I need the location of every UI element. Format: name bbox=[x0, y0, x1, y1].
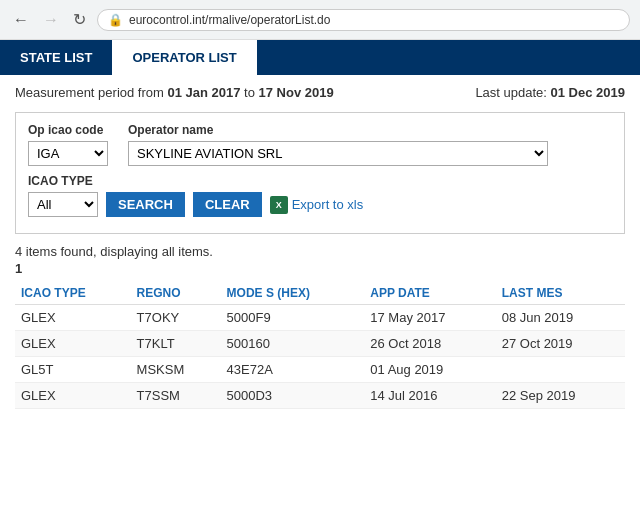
col-app-date: APP DATE bbox=[364, 282, 495, 305]
back-button[interactable]: ← bbox=[10, 11, 32, 29]
cell-app_date: 01 Aug 2019 bbox=[364, 357, 495, 383]
tab-operator-list[interactable]: OPERATOR LIST bbox=[112, 40, 256, 75]
cell-regno: T7SSM bbox=[131, 383, 221, 409]
op-icao-group: Op icao code IGA bbox=[28, 123, 108, 166]
cell-icao_type: GL5T bbox=[15, 357, 131, 383]
results-summary: 4 items found, displaying all items. bbox=[15, 244, 625, 259]
table-row: GLEXT7SSM5000D314 Jul 201622 Sep 2019 bbox=[15, 383, 625, 409]
forward-button[interactable]: → bbox=[40, 11, 62, 29]
refresh-button[interactable]: ↻ bbox=[70, 10, 89, 29]
cell-mode_s: 500160 bbox=[221, 331, 365, 357]
op-name-group: Operator name SKYLINE AVIATION SRL bbox=[128, 123, 548, 166]
col-last-mes: LAST MES bbox=[496, 282, 625, 305]
cell-last_mes: 08 Jun 2019 bbox=[496, 305, 625, 331]
cell-last_mes: 27 Oct 2019 bbox=[496, 331, 625, 357]
cell-icao_type: GLEX bbox=[15, 305, 131, 331]
table-header-row: ICAO TYPE REGNO MODE S (HEX) APP DATE LA… bbox=[15, 282, 625, 305]
clear-button[interactable]: CLEAR bbox=[193, 192, 262, 217]
main-content: Measurement period from 01 Jan 2017 to 1… bbox=[0, 75, 640, 419]
table-row: GLEXT7OKY5000F917 May 201708 Jun 2019 bbox=[15, 305, 625, 331]
filter-section: Op icao code IGA Operator name SKYLINE A… bbox=[15, 112, 625, 234]
cell-icao_type: GLEX bbox=[15, 383, 131, 409]
url-bar[interactable]: 🔒 eurocontrol.int/rmalive/operatorList.d… bbox=[97, 9, 630, 31]
cell-regno: MSKSM bbox=[131, 357, 221, 383]
cell-regno: T7KLT bbox=[131, 331, 221, 357]
icao-type-label: ICAO TYPE bbox=[28, 174, 612, 188]
icao-type-section: ICAO TYPE All SEARCH CLEAR X Export to x… bbox=[28, 174, 612, 217]
op-name-label: Operator name bbox=[128, 123, 548, 137]
cell-last_mes: 22 Sep 2019 bbox=[496, 383, 625, 409]
xls-icon: X bbox=[270, 196, 288, 214]
cell-mode_s: 5000F9 bbox=[221, 305, 365, 331]
op-icao-label: Op icao code bbox=[28, 123, 108, 137]
page-number: 1 bbox=[15, 261, 625, 276]
col-mode-s: MODE S (HEX) bbox=[221, 282, 365, 305]
end-date: 17 Nov 2019 bbox=[259, 85, 334, 100]
last-update: Last update: 01 Dec 2019 bbox=[475, 85, 625, 100]
tab-state-list[interactable]: STATE LIST bbox=[0, 40, 112, 75]
col-icao-type: ICAO TYPE bbox=[15, 282, 131, 305]
cell-app_date: 14 Jul 2016 bbox=[364, 383, 495, 409]
icao-type-select[interactable]: All bbox=[28, 192, 98, 217]
op-icao-select[interactable]: IGA bbox=[28, 141, 108, 166]
cell-regno: T7OKY bbox=[131, 305, 221, 331]
cell-mode_s: 43E72A bbox=[221, 357, 365, 383]
tab-bar: STATE LIST OPERATOR LIST bbox=[0, 40, 640, 75]
export-link[interactable]: X Export to xls bbox=[270, 196, 364, 214]
cell-mode_s: 5000D3 bbox=[221, 383, 365, 409]
export-label: Export to xls bbox=[292, 197, 364, 212]
search-button[interactable]: SEARCH bbox=[106, 192, 185, 217]
url-text: eurocontrol.int/rmalive/operatorList.do bbox=[129, 13, 330, 27]
table-row: GL5TMSKSM43E72A01 Aug 2019 bbox=[15, 357, 625, 383]
action-row: All SEARCH CLEAR X Export to xls bbox=[28, 192, 612, 217]
col-regno: REGNO bbox=[131, 282, 221, 305]
update-date: 01 Dec 2019 bbox=[551, 85, 625, 100]
cell-icao_type: GLEX bbox=[15, 331, 131, 357]
measurement-period: Measurement period from 01 Jan 2017 to 1… bbox=[15, 85, 625, 100]
results-table: ICAO TYPE REGNO MODE S (HEX) APP DATE LA… bbox=[15, 282, 625, 409]
cell-app_date: 17 May 2017 bbox=[364, 305, 495, 331]
table-row: GLEXT7KLT50016026 Oct 201827 Oct 2019 bbox=[15, 331, 625, 357]
op-name-select[interactable]: SKYLINE AVIATION SRL bbox=[128, 141, 548, 166]
browser-bar: ← → ↻ 🔒 eurocontrol.int/rmalive/operator… bbox=[0, 0, 640, 40]
lock-icon: 🔒 bbox=[108, 13, 123, 27]
start-date: 01 Jan 2017 bbox=[167, 85, 240, 100]
filter-row-1: Op icao code IGA Operator name SKYLINE A… bbox=[28, 123, 612, 166]
cell-last_mes bbox=[496, 357, 625, 383]
cell-app_date: 26 Oct 2018 bbox=[364, 331, 495, 357]
measurement-text: Measurement period from 01 Jan 2017 to 1… bbox=[15, 85, 334, 100]
